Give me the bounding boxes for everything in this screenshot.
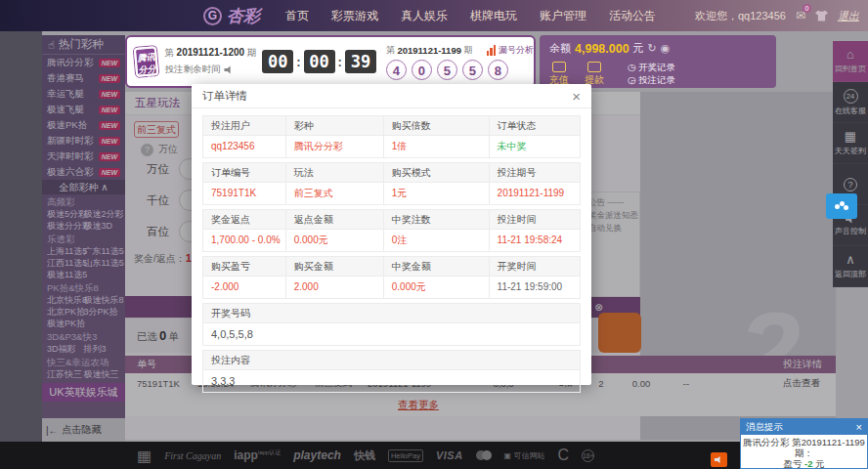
menu-lottery-games[interactable]: 彩票游戏 (331, 8, 378, 24)
field-label: 中奖金额 (384, 257, 490, 276)
close-icon[interactable]: × (856, 422, 862, 433)
field-label: 购买倍数 (384, 116, 490, 135)
field-label: 投注用户 (203, 116, 286, 135)
deposit-button[interactable]: 充值 (549, 61, 569, 87)
last-draw-info: 第 20191121-1199 期 漏号分析 4 0 5 5 8 (386, 44, 534, 80)
bet-content-label: 投注内容 (203, 351, 580, 369)
countdown-timer: 00 : 00 : 39 (262, 50, 376, 73)
field-value: 11-21 19:59:00 (490, 277, 580, 298)
field-label: 彩种 (286, 116, 384, 135)
site-logo[interactable]: G杏彩 (203, 5, 260, 27)
field-label: 订单状态 (490, 116, 580, 135)
draw-numbers-value: 4,0,5,5,8 (203, 323, 580, 345)
timer-minutes: 00 (304, 50, 335, 73)
message-toast: 消息提示 × 腾讯分分彩 第20191121-1199 期： 盈亏 -2 元 (740, 418, 868, 469)
last-issue-number: 20191121-1199 (397, 45, 461, 56)
modal-group-4: 购买盈亏 购买金额 中奖金额 开奖时间 -2.000 2.000 0.000元 … (202, 256, 581, 299)
withdraw-button[interactable]: 提款 (585, 61, 604, 87)
field-value: 1倍 (384, 136, 490, 157)
draw-number: 0 (412, 60, 432, 80)
current-issue-number: 20191121-1200 (177, 47, 245, 58)
field-label: 奖金返点 (203, 210, 286, 229)
missing-number-analysis-link[interactable]: 漏号分析 (499, 44, 534, 57)
megaphone-icon (715, 456, 723, 464)
eye-icon[interactable]: ◉ (661, 42, 671, 55)
field-value: qq123456 (203, 136, 286, 157)
bar-chart-icon (487, 45, 497, 56)
menu-home[interactable]: 首页 (285, 8, 309, 24)
order-detail-modal: 订单详情 × 投注用户 彩种 购买倍数 订单状态 qq123456 腾讯分分彩 … (192, 84, 591, 385)
field-value: 前三复式 (286, 183, 384, 204)
order-status-value: 未中奖 (490, 136, 580, 157)
toast-title: 消息提示 (746, 421, 783, 434)
draw-number: 5 (462, 60, 483, 80)
close-icon[interactable]: × (572, 89, 581, 104)
balance-box: 余额 4,998.000 元 ↻ ◉ 充值 提款 ◷ 开奖记录 ◶ 投注记录 (540, 35, 776, 88)
menu-live-casino[interactable]: 真人娱乐 (401, 8, 448, 24)
field-value: 75191T1K (203, 183, 286, 204)
draw-history-link[interactable]: ◷ 开奖记录 (628, 61, 675, 73)
draw-numbers-group: 开奖号码 4,0,5,5,8 (202, 303, 581, 346)
mail-icon[interactable]: ✉0 (796, 9, 805, 22)
user-area: 欢迎您，qq123456 ✉0 退出 (695, 9, 859, 23)
qq-service-icon[interactable] (826, 193, 857, 219)
clock-icon: ◷ (628, 62, 635, 72)
welcome-text: 欢迎您，qq123456 (695, 9, 786, 23)
lottery-banner: 腾讯分分彩 第 20191121-1200 期 投注剩余时间 00 : 00 :… (125, 35, 536, 88)
field-value: -2.000 (203, 277, 286, 298)
toast-body: 腾讯分分彩 第20191121-1199 期： 盈亏 -2 元 (741, 435, 867, 469)
field-label: 订单编号 (203, 163, 286, 182)
menu-account[interactable]: 账户管理 (540, 8, 586, 24)
refresh-icon[interactable]: ↻ (648, 42, 657, 55)
bet-content-value: 3,3,3 (203, 370, 580, 392)
bet-content-group: 投注内容 3,3,3 (202, 350, 581, 393)
field-label: 中奖注数 (384, 210, 490, 229)
announcement-megaphone-icon[interactable] (711, 452, 727, 467)
draw-number: 8 (488, 60, 508, 80)
page: 2 G杏彩 首页 彩票游戏 真人娱乐 棋牌电玩 账户管理 活动公告 欢迎您，qq… (0, 0, 868, 469)
profit-value: -2 (804, 458, 812, 469)
draw-numbers-label: 开奖号码 (203, 304, 580, 322)
field-value: 1元 (384, 183, 490, 204)
field-label: 投注时间 (490, 210, 580, 229)
deposit-icon (552, 62, 566, 72)
field-value: 0.000元 (384, 277, 490, 298)
field-label: 开奖时间 (490, 257, 580, 276)
current-issue-info: 第 20191121-1200 期 投注剩余时间 (164, 47, 256, 76)
bet-history-link[interactable]: ◶ 投注记录 (628, 73, 675, 86)
field-label: 购买盈亏 (203, 257, 286, 276)
menu-announcements[interactable]: 活动公告 (609, 8, 656, 24)
field-value: 2.000 (286, 277, 384, 298)
cart-icon[interactable] (815, 11, 828, 21)
draw-number: 4 (386, 60, 407, 80)
field-value: 0.000元 (286, 230, 384, 251)
balance-amount: 4,998.000 (575, 42, 629, 56)
modal-title: 订单详情 (202, 89, 247, 104)
records-links: ◷ 开奖记录 ◶ 投注记录 (628, 61, 675, 86)
top-navbar: G杏彩 首页 彩票游戏 真人娱乐 棋牌电玩 账户管理 活动公告 欢迎您，qq12… (0, 0, 868, 31)
field-value: 腾讯分分彩 (286, 136, 384, 157)
balance-label: 余额 (549, 41, 571, 56)
draw-number: 5 (437, 60, 457, 80)
cluster-icon (835, 201, 848, 211)
clock-icon: ◶ (628, 74, 635, 85)
withdraw-icon (587, 62, 601, 72)
field-value: 11-21 19:58:24 (490, 230, 580, 251)
main-menu: 首页 彩票游戏 真人娱乐 棋牌电玩 账户管理 活动公告 (285, 8, 656, 24)
timer-seconds: 39 (345, 50, 376, 73)
field-value: 0注 (384, 230, 490, 251)
field-label: 购买金额 (286, 257, 384, 276)
logout-link[interactable]: 退出 (838, 9, 859, 23)
tencent-ffc-logo: 腾讯分分彩 (134, 46, 159, 77)
field-label: 返点金额 (286, 210, 384, 229)
mute-speaker-icon[interactable] (224, 65, 234, 74)
modal-group-3: 奖金返点 返点金额 中奖注数 投注时间 1,700.00 - 0.0% 0.00… (202, 209, 581, 252)
last-draw-numbers: 4 0 5 5 8 (386, 60, 534, 80)
modal-group-1: 投注用户 彩种 购买倍数 订单状态 qq123456 腾讯分分彩 1倍 未中奖 (202, 115, 581, 158)
field-label: 投注期号 (490, 163, 580, 182)
timer-hours: 00 (262, 50, 293, 73)
logo-g-icon: G (203, 7, 222, 25)
brand-name: 杏彩 (227, 5, 260, 27)
field-value: 20191121-1199 (490, 183, 580, 204)
menu-card-games[interactable]: 棋牌电玩 (470, 8, 517, 24)
